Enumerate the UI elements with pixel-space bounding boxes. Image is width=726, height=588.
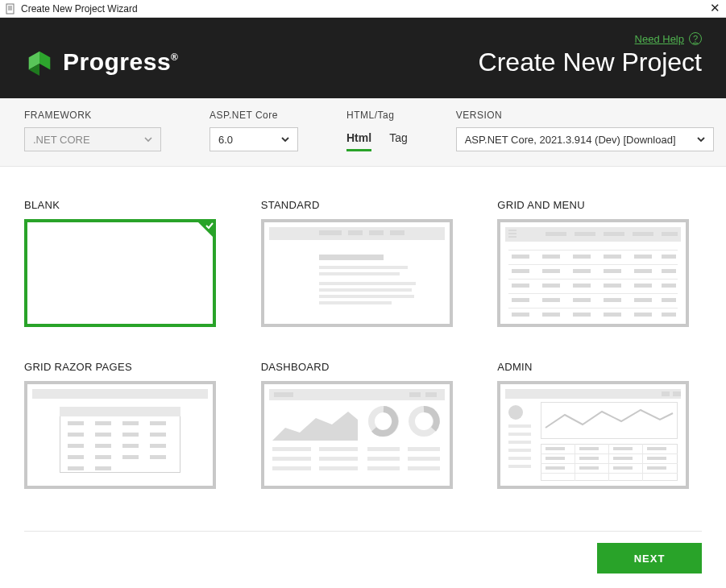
- template-label: BLANK: [24, 199, 229, 211]
- header: Need Help ? Progress® Create New Project: [0, 18, 726, 98]
- template-label: STANDARD: [261, 199, 466, 211]
- aspnetcore-select[interactable]: 6.0: [210, 127, 298, 151]
- template-label: DASHBOARD: [261, 361, 466, 373]
- progress-logo-icon: [24, 47, 55, 77]
- templates-grid: BLANK STANDARD GRID AND MENU: [0, 167, 726, 497]
- framework-value: .NET CORE: [33, 134, 90, 146]
- footer: NEXT: [24, 531, 702, 574]
- template-thumbnail: [24, 219, 216, 327]
- close-icon[interactable]: ✕: [708, 2, 721, 15]
- chevron-down-icon: [695, 134, 707, 145]
- template-label: ADMIN: [497, 361, 702, 373]
- template-label: GRID AND MENU: [497, 199, 702, 211]
- template-label: GRID RAZOR PAGES: [24, 361, 229, 373]
- template-grid-razor-pages[interactable]: GRID RAZOR PAGES: [24, 361, 229, 489]
- version-value: ASP.NET Core, 2021.3.914 (Dev) [Download…: [465, 134, 676, 146]
- svg-rect-0: [6, 4, 14, 14]
- svg-marker-5: [39, 52, 50, 70]
- version-select[interactable]: ASP.NET Core, 2021.3.914 (Dev) [Download…: [456, 127, 714, 151]
- titlebar: Create New Project Wizard ✕: [0, 0, 726, 18]
- help-icon: ?: [689, 32, 702, 45]
- version-label: VERSION: [456, 110, 714, 121]
- chevron-down-icon: [143, 134, 154, 145]
- template-blank[interactable]: BLANK: [24, 199, 229, 327]
- framework-select: .NET CORE: [24, 127, 161, 151]
- template-admin[interactable]: ADMIN: [497, 361, 702, 489]
- framework-label: FRAMEWORK: [24, 110, 161, 121]
- svg-marker-7: [272, 412, 358, 441]
- template-thumbnail: [261, 381, 453, 489]
- template-thumbnail: [497, 219, 689, 327]
- template-standard[interactable]: STANDARD: [261, 199, 466, 327]
- window-title: Create New Project Wizard: [21, 3, 138, 14]
- template-thumbnail: [261, 219, 453, 327]
- page-title: Create New Project: [479, 48, 702, 77]
- aspnetcore-value: 6.0: [218, 134, 233, 146]
- chevron-down-icon: [280, 134, 291, 145]
- next-button[interactable]: NEXT: [597, 543, 702, 574]
- check-icon: [195, 219, 216, 240]
- options-bar: FRAMEWORK .NET CORE ASP.NET Core 6.0 HTM…: [0, 98, 726, 167]
- document-icon: [5, 3, 16, 14]
- template-grid-and-menu[interactable]: GRID AND MENU: [497, 199, 702, 327]
- aspnetcore-label: ASP.NET Core: [210, 110, 298, 121]
- htmltag-label: HTML/Tag: [346, 110, 408, 121]
- template-thumbnail: [497, 381, 689, 489]
- tab-html[interactable]: Html: [346, 131, 371, 151]
- template-thumbnail: [24, 381, 216, 489]
- brand-logo: Progress®: [24, 47, 178, 77]
- tab-tag[interactable]: Tag: [389, 131, 408, 151]
- brand-name: Progress®: [63, 48, 178, 76]
- need-help-label: Need Help: [635, 33, 684, 45]
- need-help-link[interactable]: Need Help ?: [635, 32, 702, 45]
- template-dashboard[interactable]: DASHBOARD: [261, 361, 466, 489]
